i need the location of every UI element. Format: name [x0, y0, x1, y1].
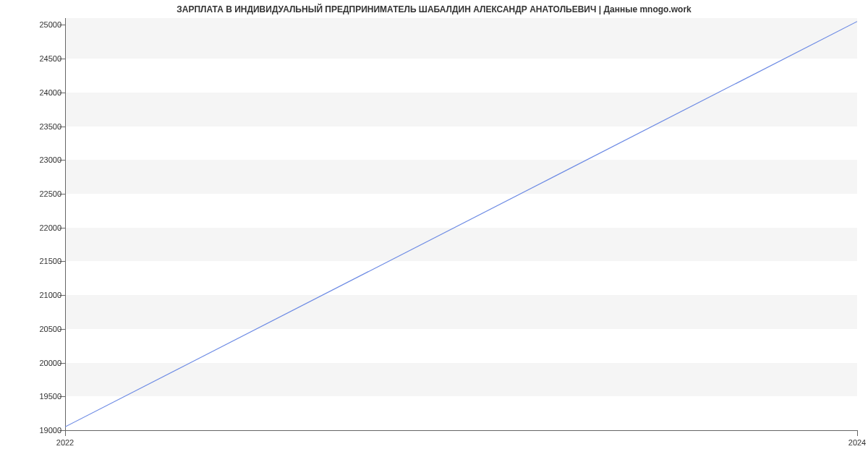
x-tick-label: 2024 [848, 438, 866, 447]
y-tick-label: 21500 [4, 257, 61, 265]
chart-title: ЗАРПЛАТА В ИНДИВИДУАЛЬНЫЙ ПРЕДПРИНИМАТЕЛ… [0, 4, 868, 14]
y-tick-label: 22500 [4, 189, 61, 198]
y-tick-label: 24000 [4, 88, 61, 97]
grid-band [65, 329, 857, 363]
y-tick-label: 21000 [4, 291, 61, 299]
grid-band [65, 59, 857, 93]
x-axis-line [65, 430, 857, 431]
y-tick-label: 23500 [4, 122, 61, 131]
salary-chart: ЗАРПЛАТА В ИНДИВИДУАЛЬНЫЙ ПРЕДПРИНИМАТЕЛ… [0, 0, 868, 470]
grid-band [65, 396, 857, 430]
x-tick [65, 430, 66, 436]
y-axis-line [65, 18, 66, 430]
y-tick-label: 20500 [4, 325, 61, 333]
grid-band [65, 194, 857, 228]
y-tick-label: 19500 [4, 392, 61, 401]
y-tick-label: 19000 [4, 426, 61, 435]
y-tick-label: 20000 [4, 359, 61, 367]
y-tick-label: 23000 [4, 155, 61, 164]
x-tick [857, 430, 858, 436]
grid-band [65, 127, 857, 161]
plot-area [65, 18, 857, 430]
y-tick-label: 24500 [4, 54, 61, 63]
y-tick-label: 22000 [4, 223, 61, 232]
y-tick-label: 25000 [4, 20, 61, 29]
x-tick-label: 2022 [56, 438, 74, 447]
grid-band [65, 261, 857, 295]
